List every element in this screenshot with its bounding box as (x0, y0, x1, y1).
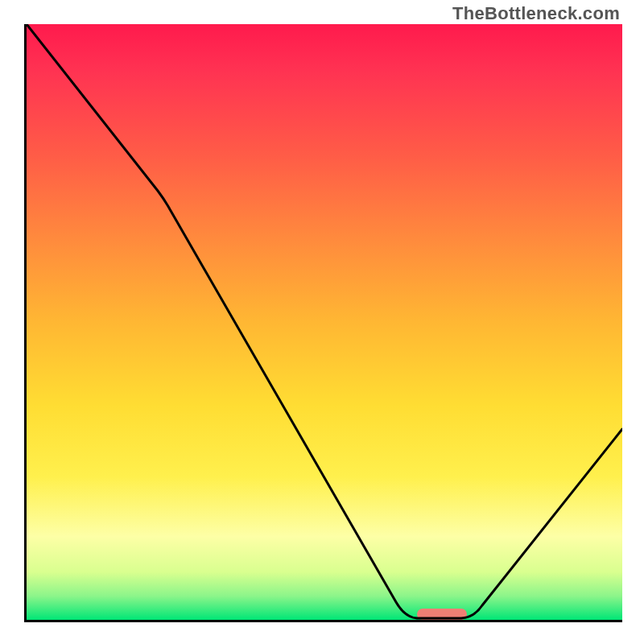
bottleneck-curve (27, 24, 622, 618)
plot-area (24, 24, 622, 622)
curve-layer (27, 24, 622, 620)
watermark-label: TheBottleneck.com (452, 3, 620, 24)
bottleneck-chart: TheBottleneck.com (0, 0, 644, 644)
